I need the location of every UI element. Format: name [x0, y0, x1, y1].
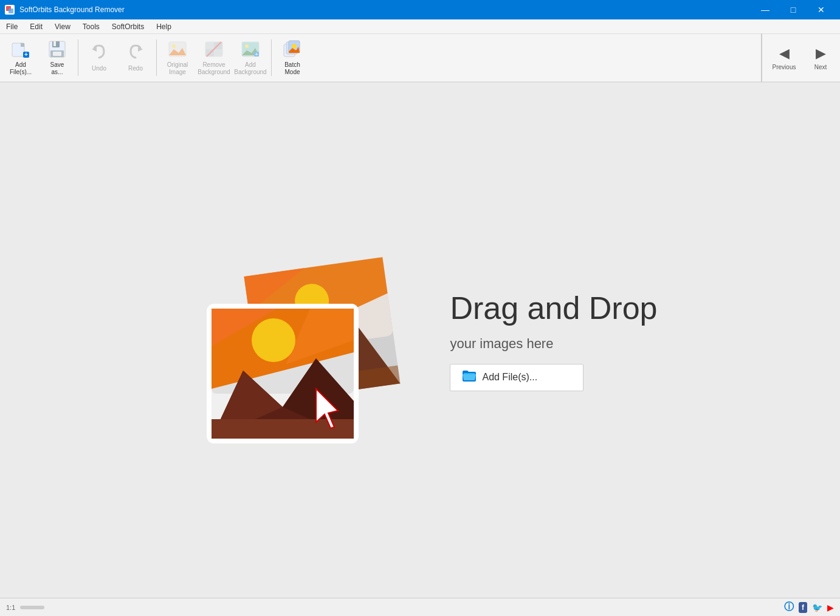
undo-button[interactable]: Undo — [81, 36, 117, 80]
redo-button[interactable]: Redo — [117, 36, 154, 80]
svg-point-47 — [252, 318, 295, 362]
toolbar-sep-1 — [78, 39, 78, 76]
svg-rect-20 — [214, 49, 222, 56]
add-background-label: Add Background — [234, 61, 266, 76]
twitter-icon[interactable]: 🐦 — [812, 603, 822, 612]
menu-help[interactable]: Help — [150, 19, 177, 33]
next-label: Next — [814, 64, 827, 70]
drag-drop-subtitle: your images here — [450, 336, 657, 352]
previous-label: Previous — [773, 64, 796, 70]
add-files-label: Add File(s)... — [10, 61, 32, 76]
batch-mode-button[interactable]: Batch Mode — [274, 36, 311, 80]
zoom-slider[interactable] — [20, 606, 44, 609]
maximize-button[interactable]: □ — [779, 0, 807, 19]
svg-text:+: + — [255, 52, 258, 57]
menu-view[interactable]: View — [49, 19, 77, 33]
svg-rect-19 — [205, 42, 214, 49]
remove-bg-icon — [204, 39, 224, 59]
facebook-icon[interactable]: f — [799, 602, 807, 613]
status-bar: 1:1 ⓘ f 🐦 ▶ — [0, 598, 840, 616]
svg-point-30 — [292, 44, 297, 49]
window-controls: — □ ✕ — [751, 0, 835, 19]
folder-icon — [463, 371, 476, 385]
toolbar-nav: ◀ Previous ▶ Next — [761, 33, 838, 82]
image-illustration — [182, 225, 413, 456]
undo-label: Undo — [92, 65, 106, 72]
close-button[interactable]: ✕ — [807, 0, 835, 19]
app-icon — [5, 5, 15, 15]
add-files-btn-label: Add File(s)... — [482, 372, 537, 383]
add-files-icon: + — [11, 39, 30, 59]
svg-rect-12 — [53, 52, 61, 56]
save-as-button[interactable]: Save as... — [39, 36, 75, 80]
minimize-button[interactable]: — — [751, 0, 779, 19]
previous-arrow-icon: ◀ — [779, 46, 790, 61]
svg-text:+: + — [24, 51, 28, 58]
add-background-button[interactable]: + Add Background — [232, 36, 269, 80]
title-bar: SoftOrbits Background Remover — □ ✕ — [0, 0, 840, 19]
add-files-drop-button[interactable]: Add File(s)... — [450, 364, 584, 391]
add-bg-icon: + — [241, 39, 260, 59]
previous-button[interactable]: ◀ Previous — [767, 36, 801, 80]
app-title: SoftOrbits Background Remover — [19, 5, 125, 14]
toolbar: + Add File(s)... Save as... Undo Redo — [0, 34, 840, 83]
remove-background-button[interactable]: Remove Background — [196, 36, 232, 80]
save-as-label: Save as... — [50, 61, 64, 76]
menu-bar: File Edit View Tools SoftOrbits Help — [0, 19, 840, 34]
next-button[interactable]: ▶ Next — [804, 36, 838, 80]
save-icon — [47, 39, 67, 59]
menu-tools[interactable]: Tools — [77, 19, 106, 33]
batch-mode-label: Batch Mode — [284, 61, 300, 76]
status-right: ⓘ f 🐦 ▶ — [784, 601, 834, 614]
drop-zone-text: Drag and Drop your images here Add File(… — [450, 290, 657, 391]
toolbar-sep-2 — [156, 39, 157, 76]
redo-label: Redo — [128, 65, 143, 72]
next-arrow-icon: ▶ — [816, 46, 826, 61]
drag-drop-title: Drag and Drop — [450, 290, 657, 326]
menu-file[interactable]: File — [0, 19, 24, 33]
svg-point-16 — [172, 44, 176, 48]
status-left: 1:1 — [6, 604, 44, 611]
batch-icon — [283, 39, 302, 59]
drop-zone-container: Drag and Drop your images here Add File(… — [182, 225, 657, 456]
add-files-button[interactable]: + Add File(s)... — [2, 36, 39, 80]
redo-icon — [126, 43, 145, 63]
svg-rect-10 — [53, 41, 56, 46]
menu-softorbits[interactable]: SoftOrbits — [106, 19, 150, 33]
menu-edit[interactable]: Edit — [24, 19, 49, 33]
info-icon[interactable]: ⓘ — [784, 601, 794, 614]
original-image-button[interactable]: Original Image — [159, 36, 196, 80]
svg-rect-2 — [9, 9, 13, 13]
youtube-icon[interactable]: ▶ — [827, 603, 834, 612]
toolbar-sep-3 — [271, 39, 272, 76]
zoom-level: 1:1 — [6, 604, 15, 611]
main-content: Drag and Drop your images here Add File(… — [0, 83, 840, 598]
svg-rect-5 — [21, 43, 24, 47]
remove-background-label: Remove Background — [198, 61, 230, 76]
original-icon — [168, 39, 187, 59]
original-image-label: Original Image — [167, 61, 188, 76]
svg-point-23 — [245, 44, 249, 48]
undo-icon — [89, 43, 109, 63]
